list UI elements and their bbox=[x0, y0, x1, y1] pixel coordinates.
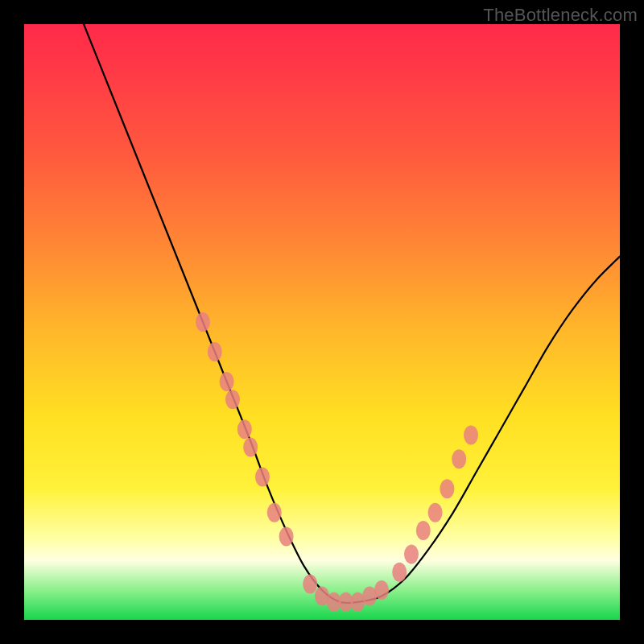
marker-dot bbox=[243, 437, 258, 456]
marker-dot bbox=[237, 419, 252, 439]
marker-dot bbox=[392, 563, 407, 582]
marker-dot bbox=[208, 342, 222, 361]
marker-dot bbox=[220, 372, 234, 391]
marker-dot bbox=[416, 521, 431, 540]
marker-dot bbox=[267, 503, 282, 522]
marker-dot bbox=[279, 526, 294, 546]
highlighted-points bbox=[196, 312, 478, 612]
watermark-text: TheBottleneck.com bbox=[483, 5, 638, 26]
marker-dot bbox=[464, 426, 478, 445]
chart-svg bbox=[24, 24, 620, 620]
marker-dot bbox=[374, 580, 389, 600]
marker-dot bbox=[303, 575, 317, 594]
bottleneck-curve bbox=[84, 24, 620, 603]
chart-frame: TheBottleneck.com bbox=[0, 0, 644, 644]
marker-dot bbox=[404, 545, 419, 564]
marker-dot bbox=[255, 467, 270, 486]
marker-dot bbox=[225, 390, 240, 409]
marker-dot bbox=[196, 312, 210, 332]
marker-dot bbox=[440, 479, 454, 498]
marker-dot bbox=[452, 449, 466, 469]
marker-dot bbox=[428, 503, 443, 522]
